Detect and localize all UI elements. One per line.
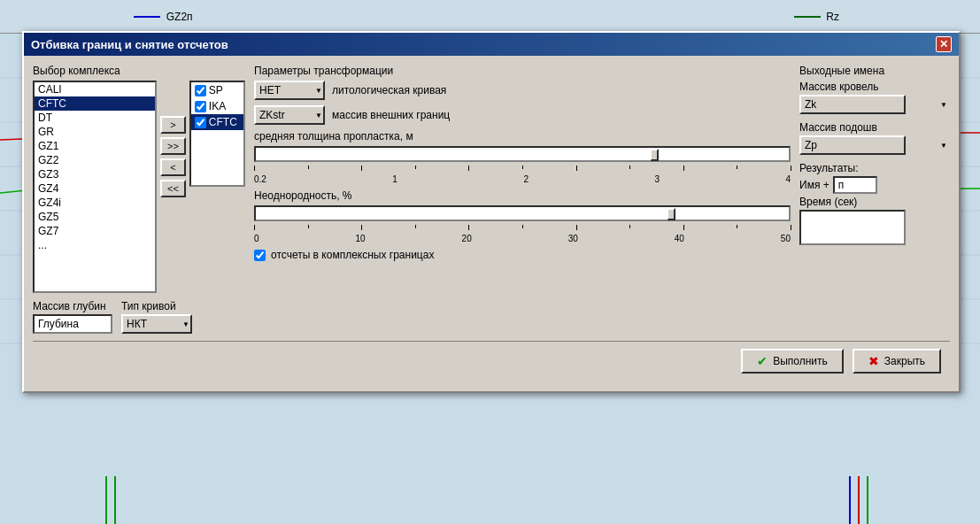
close-label: Закрыть: [884, 355, 925, 367]
list-item[interactable]: GZ5: [35, 210, 155, 224]
massiv-podosh-select[interactable]: Zp: [799, 135, 906, 155]
mass-glubin-label: Массив глубин: [33, 300, 112, 312]
list-item[interactable]: GZ4i: [35, 196, 155, 210]
section-label-middle: Параметры трансформации: [254, 65, 393, 77]
field-group-mass-glubin: Массив глубин: [33, 300, 112, 334]
slider-thickness-label: средняя толщина пропластка, м: [254, 130, 791, 143]
param-row-boundary: ZKstr массив внешних границ: [254, 105, 791, 125]
list-item[interactable]: CALI: [35, 82, 155, 96]
vremya-label: Время (сек): [799, 196, 950, 208]
execute-button[interactable]: ✔ Выполнить: [741, 349, 844, 374]
checkbox-complex-boundaries-row: отсчеты в комплексных границах: [254, 249, 791, 261]
checkbox-ika[interactable]: [195, 101, 206, 112]
slider-thickness-handle[interactable]: [650, 149, 659, 161]
checkbox-sp[interactable]: [195, 85, 206, 96]
arrow-right-button[interactable]: >: [160, 116, 186, 134]
complex-listbox[interactable]: CALI CFTC DT GR GZ1 GZ2 GZ3 GZ4 GZ4i GZ5…: [33, 81, 157, 293]
imya-plus-input[interactable]: [833, 176, 877, 194]
slider-inhom-ticks: [254, 225, 791, 232]
x-icon: ✖: [868, 354, 879, 368]
checkbox-item-sp[interactable]: SP: [191, 82, 243, 98]
imya-plus-row: Имя +: [799, 176, 950, 194]
slider-inhom-track[interactable]: [254, 205, 791, 221]
dialog-body: Выбор комплекса Параметры трансформации …: [24, 56, 959, 391]
massiv-krovel-label: Массив кровель: [799, 81, 950, 93]
boundary-dropdown[interactable]: ZKstr: [254, 105, 325, 125]
tip-krivoy-select[interactable]: НКТ: [121, 314, 192, 334]
section-label-left: Выбор комплекса: [33, 65, 120, 77]
dialog: Отбивка границ и снятие отсчетов ✕ Выбор…: [22, 31, 961, 393]
slider-inhom-label: Неоднородность, %: [254, 189, 791, 202]
massiv-podosh-label: Массив подошв: [799, 121, 950, 134]
title-bar: Отбивка границ и снятие отсчетов ✕: [24, 33, 959, 56]
massiv-podosh-select-wrapper: Zp: [799, 135, 950, 155]
slider-inhom-handle[interactable]: [667, 208, 675, 220]
list-item[interactable]: GR: [35, 125, 155, 139]
list-item[interactable]: GZ3: [35, 167, 155, 181]
massiv-krovel-select[interactable]: Zk: [799, 95, 906, 114]
field-group-massiv-podosh: Массив подошв Zp: [799, 121, 950, 155]
selected-curves-listbox[interactable]: SP IKA CFTC: [189, 81, 245, 187]
list-item[interactable]: ...: [35, 238, 155, 252]
slider-inhom-section: Неоднородность, %: [254, 189, 791, 243]
checkbox-complex-boundaries[interactable]: [254, 250, 266, 261]
mass-glubin-input[interactable]: [33, 314, 112, 334]
chart-label-gz2n: GZ2п: [166, 11, 193, 23]
litho-dropdown-wrapper: НЕТ ДА: [254, 81, 325, 100]
list-item[interactable]: GZ4: [35, 181, 155, 196]
field-group-tip-krivoy: Тип кривой НКТ: [121, 300, 192, 334]
results-label: Результаты:: [799, 162, 950, 174]
checkbox-item-cftc[interactable]: CFTC: [191, 114, 243, 130]
listbox-row: CALI CFTC DT GR GZ1 GZ2 GZ3 GZ4 GZ4i GZ5…: [33, 81, 245, 293]
slider-inhom-tick-labels: 0 10 20 30 40 50: [254, 234, 791, 243]
bottom-left-fields: Массив глубин Тип кривой НКТ: [33, 300, 245, 334]
slider-thickness-track[interactable]: [254, 146, 791, 162]
field-group-massiv-krovel: Массив кровель Zk: [799, 81, 950, 114]
tip-krivoy-label: Тип кривой: [121, 300, 192, 312]
slider-thickness-section: средняя толщина пропластка, м: [254, 130, 791, 184]
check-icon: ✔: [757, 354, 768, 368]
close-button[interactable]: ✖ Закрыть: [853, 349, 941, 374]
list-item[interactable]: DT: [35, 111, 155, 125]
list-item[interactable]: GZ2: [35, 153, 155, 167]
arrow-double-right-button[interactable]: >>: [160, 137, 186, 155]
param-row-litho: НЕТ ДА литологическая кривая: [254, 81, 791, 100]
boundary-dropdown-wrapper: ZKstr: [254, 105, 325, 125]
checkbox-item-ika[interactable]: IKA: [191, 98, 243, 114]
chart-label-rz: Rz: [826, 11, 839, 23]
field-group-results: Результаты: Имя + Время (сек): [799, 162, 950, 245]
arrow-double-left-button[interactable]: <<: [160, 180, 186, 197]
vremya-display: [799, 210, 906, 245]
slider-thickness-ticks: [254, 166, 791, 173]
checkbox-complex-boundaries-label: отсчеты в комплексных границах: [271, 249, 434, 261]
arrow-left-button[interactable]: <: [160, 158, 186, 176]
arrow-buttons-group: > >> < <<: [160, 81, 186, 197]
right-column: Массив кровель Zk Массив подошв Zp: [799, 81, 950, 245]
dialog-footer: ✔ Выполнить ✖ Закрыть: [33, 341, 950, 382]
section-label-right: Выходные имена: [799, 65, 884, 77]
list-item[interactable]: GZ7: [35, 224, 155, 238]
dialog-title: Отбивка границ и снятие отсчетов: [31, 38, 228, 51]
main-layout: CALI CFTC DT GR GZ1 GZ2 GZ3 GZ4 GZ4i GZ5…: [33, 81, 950, 334]
title-close-button[interactable]: ✕: [936, 36, 952, 52]
execute-label: Выполнить: [773, 355, 828, 367]
slider-thickness-tick-labels: 0.2 1 2 3 4: [254, 174, 791, 184]
list-item[interactable]: CFTC: [35, 96, 155, 111]
middle-column: НЕТ ДА литологическая кривая ZKstr масси…: [254, 81, 791, 261]
checkbox-cftc[interactable]: [195, 117, 206, 128]
imya-plus-label: Имя +: [799, 179, 830, 191]
left-column: CALI CFTC DT GR GZ1 GZ2 GZ3 GZ4 GZ4i GZ5…: [33, 81, 245, 334]
litho-label: литологическая кривая: [332, 84, 446, 96]
boundary-label: массив внешних границ: [332, 109, 450, 121]
list-item[interactable]: GZ1: [35, 139, 155, 153]
litho-dropdown[interactable]: НЕТ ДА: [254, 81, 325, 100]
massiv-krovel-select-wrapper: Zk: [799, 95, 950, 114]
tip-krivoy-select-wrapper: НКТ: [121, 314, 192, 334]
